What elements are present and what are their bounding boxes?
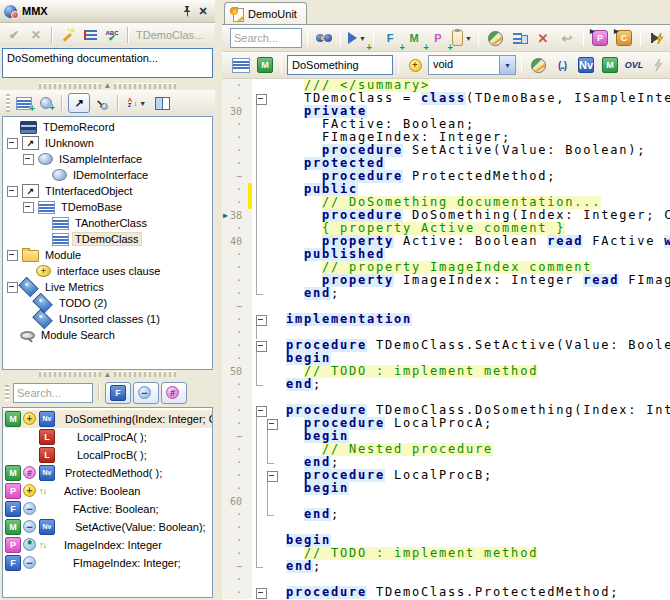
fold-collapse-icon[interactable] <box>256 315 267 326</box>
expand-box-icon[interactable] <box>7 282 18 293</box>
add-class-button[interactable] <box>14 94 34 112</box>
code-line[interactable]: · TDemoClass = class(TDemoBase, ISampleI… <box>222 92 670 105</box>
member-row[interactable]: M#NvProtectedMethod( ); <box>3 464 212 482</box>
current-kind-button[interactable]: M <box>254 55 276 75</box>
code-line[interactable]: · end; <box>222 287 670 300</box>
member-search-input[interactable] <box>13 383 93 403</box>
current-class-button[interactable] <box>230 55 252 75</box>
code-line[interactable]: ·begin <box>222 534 670 547</box>
add-field-button[interactable]: F <box>379 28 401 48</box>
member-row[interactable]: P+↑↓Active: Boolean <box>3 482 212 500</box>
cancel-button[interactable]: ✕ <box>26 26 46 44</box>
expand-box-icon[interactable] <box>23 154 34 165</box>
code-line[interactable]: · <box>222 573 670 586</box>
member-row[interactable]: M+NvDoSomething(Index: Integer; Co <box>3 410 212 428</box>
code-line[interactable]: · // property ImageIndex comment <box>222 261 670 274</box>
code-line[interactable]: ·procedure TDemoClass.ProtectedMethod; <box>222 586 670 599</box>
code-line[interactable]: · /// </summary> <box>222 79 670 92</box>
code-line[interactable]: · <box>222 521 670 534</box>
member-row[interactable]: LLocalProcB( ); <box>3 446 212 464</box>
format-button[interactable] <box>80 26 100 44</box>
tree-item[interactable]: ↗IUnknown <box>3 135 212 151</box>
code-line[interactable]: · FImageIndex: Integer; <box>222 131 670 144</box>
goto-implementation-button[interactable]: C <box>613 28 635 48</box>
split-view-button[interactable] <box>152 94 172 112</box>
fold-collapse-icon[interactable] <box>256 94 267 105</box>
horizontal-splitter[interactable]: ▲ <box>0 81 215 90</box>
member-row[interactable]: F−FActive: Boolean; <box>3 500 212 518</box>
tree-item[interactable]: TAnotherClass <box>3 215 212 231</box>
member-row[interactable]: M−NvSetActive(Value: Boolean); <box>3 518 212 536</box>
sort-dropdown-button[interactable]: AZ ↓ ▼ <box>124 94 150 112</box>
tree-item[interactable]: TDemoClass <box>3 231 212 247</box>
expand-box-icon[interactable] <box>7 138 18 149</box>
fold-collapse-icon[interactable] <box>267 471 278 482</box>
filter-fields-toggle[interactable]: F <box>105 382 131 404</box>
members-list-button[interactable] <box>508 28 530 48</box>
tree-item[interactable]: IDemoInterface <box>3 167 212 183</box>
code-line[interactable]: − <box>222 300 670 313</box>
expand-box-icon[interactable] <box>23 202 34 213</box>
add-interface-button[interactable] <box>36 94 56 112</box>
tree-item[interactable]: Module <box>3 247 212 263</box>
toolbar-gripper[interactable] <box>6 94 10 112</box>
code-line[interactable]: ·procedure TDemoClass.DoSomething(Index:… <box>222 404 670 417</box>
tree-item[interactable]: ↗TInterfacedObject <box>3 183 212 199</box>
code-line[interactable]: · begin <box>222 482 670 495</box>
code-line[interactable]: 40 property Active: Boolean read FActive… <box>222 235 670 248</box>
toolbar-gripper[interactable] <box>5 385 9 401</box>
expand-box-icon[interactable] <box>7 186 18 197</box>
sync-edit-button[interactable] <box>646 28 668 48</box>
code-line[interactable]: · end; <box>222 508 670 521</box>
member-wizard-button[interactable] <box>484 28 506 48</box>
code-line[interactable]: · procedure LocalProcB; <box>222 469 670 482</box>
wizard-button[interactable] <box>58 26 78 44</box>
apply-button[interactable]: ✔ <box>4 26 24 44</box>
param-wizard-button[interactable] <box>527 55 549 75</box>
hierarchy-view-toggle[interactable]: ↗ <box>92 94 112 112</box>
code-line[interactable]: − begin <box>222 430 670 443</box>
tab-demounit[interactable]: DemoUnit <box>224 2 307 24</box>
delete-button[interactable]: ✕ <box>532 28 554 48</box>
code-line[interactable]: · public <box>222 183 670 196</box>
code-line[interactable]: · // Nested procedure <box>222 443 670 456</box>
flat-view-toggle[interactable]: ↗ <box>68 93 90 113</box>
code-line[interactable]: − procedure ProtectedMethod; <box>222 170 670 183</box>
tree-item[interactable]: Unsorted classes (1) <box>3 311 212 327</box>
code-line[interactable]: ·procedure TDemoClass.SetActive(Value: B… <box>222 339 670 352</box>
fold-collapse-icon[interactable] <box>256 341 267 352</box>
horizontal-splitter[interactable]: ▲ <box>0 370 215 379</box>
code-line[interactable]: · FActive: Boolean; <box>222 118 670 131</box>
fold-collapse-icon[interactable] <box>267 419 278 430</box>
tree-item[interactable]: +interface uses clause <box>3 263 212 279</box>
apply-lightning-button[interactable] <box>647 55 669 75</box>
code-line[interactable]: −end; <box>222 560 670 573</box>
code-line[interactable]: · protected <box>222 157 670 170</box>
result-type-combo[interactable]: void ▼ <box>428 55 516 75</box>
code-line[interactable]: 50 // TODO : implement method <box>222 365 670 378</box>
code-line[interactable]: 60 <box>222 495 670 508</box>
kind-method-button[interactable]: M <box>599 55 621 75</box>
tree-item[interactable]: Module Search <box>3 327 212 343</box>
tree-item[interactable]: TODO (2) <box>3 295 212 311</box>
code-editor[interactable]: · /// </summary>· TDemoClass = class(TDe… <box>222 79 670 600</box>
code-line[interactable]: · published <box>222 248 670 261</box>
code-line[interactable]: · // TODO : implement method <box>222 547 670 560</box>
fold-collapse-icon[interactable] <box>256 406 267 417</box>
member-row[interactable]: F−FImageIndex: Integer; <box>3 554 212 572</box>
code-line[interactable]: ·end; <box>222 378 670 391</box>
clipboard-dropdown-button[interactable]: ▼ <box>451 28 473 48</box>
tree-item[interactable]: TDemoRecord <box>3 119 212 135</box>
tree-item[interactable]: ISampleInterface <box>3 151 212 167</box>
member-row[interactable]: LLocalProcA( ); <box>3 428 212 446</box>
filter-private-toggle[interactable]: − <box>133 382 159 404</box>
code-line[interactable]: · procedure SetActive(Value: Boolean); <box>222 144 670 157</box>
editor-search-input[interactable] <box>230 28 302 48</box>
code-line[interactable]: · { property Active comment } <box>222 222 670 235</box>
code-line[interactable]: · procedure LocalProcA; <box>222 417 670 430</box>
code-line[interactable]: · property ImageIndex: Integer read FIma… <box>222 274 670 287</box>
member-row[interactable]: P*↑↓ImageIndex: Integer <box>3 536 212 554</box>
combo-dropdown-button[interactable]: ▼ <box>499 56 515 74</box>
member-name-input[interactable] <box>287 55 393 75</box>
expand-box-icon[interactable] <box>7 250 18 261</box>
